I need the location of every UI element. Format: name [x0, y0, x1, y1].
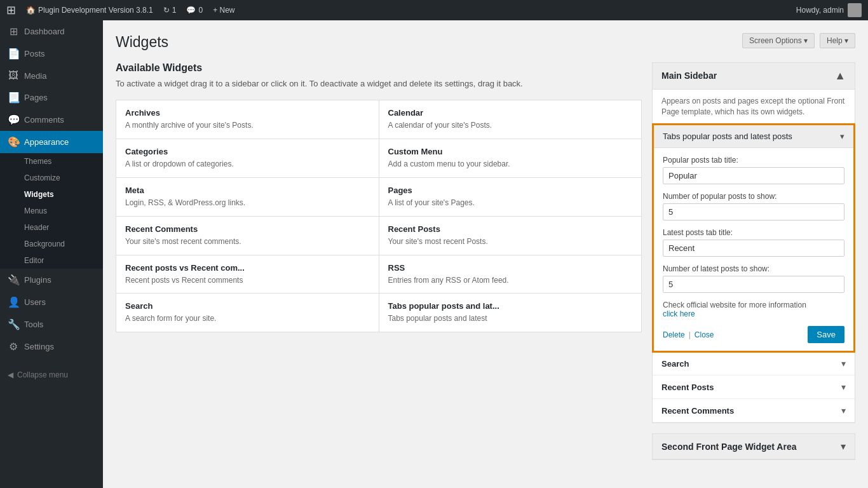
widget-recent-posts[interactable]: Recent Posts Your site's most recent Pos… [379, 217, 642, 255]
latest-count-input[interactable] [663, 276, 844, 293]
popular-count-label: Number of popular posts to show: [663, 192, 844, 201]
latest-tab-title-label: Latest posts tab title: [663, 228, 844, 237]
second-sidebar-panel: Second Front Page Widget Area ▾ [652, 433, 855, 460]
popular-count-field: Number of popular posts to show: [663, 192, 844, 220]
widget-rss[interactable]: RSS Entries from any RSS or Atom feed. [379, 255, 642, 294]
main-sidebar-panel: Main Sidebar ▲ Appears on posts and page… [652, 62, 855, 424]
header-buttons: Screen Options ▾ Help ▾ [742, 33, 855, 48]
second-sidebar-title: Second Front Page Widget Area [661, 442, 797, 452]
available-widgets-desc: To activate a widget drag it to a sideba… [116, 78, 642, 90]
howdy-menu[interactable]: Howdy, admin [796, 3, 862, 17]
widget-info: Check official website for more informat… [663, 301, 844, 318]
expanded-widget-header[interactable]: Tabs popular posts and latest posts ▾ [654, 125, 853, 148]
popular-count-input[interactable] [663, 203, 844, 220]
save-button[interactable]: Save [808, 326, 844, 343]
widget-archives[interactable]: Archives A monthly archive of your site'… [116, 100, 379, 139]
sidebar-item-tools[interactable]: 🔧 Tools [0, 313, 103, 336]
recent-posts-widget-title: Recent Posts [661, 383, 714, 392]
search-sidebar-widget: Search ▾ [653, 352, 855, 376]
appearance-submenu: Themes Customize Widgets Menus Header Ba… [0, 153, 103, 269]
users-icon: 👤 [8, 296, 19, 308]
recent-posts-sidebar-widget: Recent Posts ▾ [653, 376, 855, 399]
sidebar-item-pages[interactable]: 📃 Pages [0, 86, 103, 109]
pages-icon: 📃 [8, 92, 19, 104]
sidebar-item-header[interactable]: Header [0, 219, 103, 236]
search-widget-header[interactable]: Search ▾ [653, 352, 855, 375]
click-here-link[interactable]: click here [663, 309, 695, 318]
sidebar-item-dashboard[interactable]: ⊞ Dashboard [0, 20, 103, 43]
expanded-widget-body: Popular posts tab title: Number of popul… [654, 148, 853, 351]
updates-link[interactable]: ↻ 1 [163, 6, 177, 15]
action-separator: | [689, 330, 691, 339]
sidebar-item-users[interactable]: 👤 Users [0, 291, 103, 313]
widget-calendar[interactable]: Calendar A calendar of your site's Posts… [379, 100, 642, 139]
main-sidebar-title: Main Sidebar [661, 71, 717, 81]
main-content: Widgets Screen Options ▾ Help ▾ Availabl… [103, 20, 868, 488]
available-widgets-title: Available Widgets [116, 62, 642, 74]
widget-recent-comments[interactable]: Recent Comments Your site's most recent … [116, 217, 379, 255]
posts-icon: 📄 [8, 48, 19, 60]
admin-menu: ⊞ Dashboard 📄 Posts 🖼 Media 📃 Pages 💬 Co… [0, 20, 103, 488]
sidebars-area: Main Sidebar ▲ Appears on posts and page… [652, 62, 855, 461]
search-widget-arrow-icon[interactable]: ▾ [841, 358, 846, 369]
delete-link[interactable]: Delete [663, 330, 685, 339]
latest-tab-title-input[interactable] [663, 240, 844, 257]
wp-logo-icon[interactable]: ⊞ [6, 3, 16, 17]
plugins-icon: 🔌 [8, 274, 19, 286]
expanded-widget-toggle-icon[interactable]: ▾ [840, 132, 844, 141]
recent-posts-widget-header[interactable]: Recent Posts ▾ [653, 376, 855, 398]
popular-tab-title-label: Popular posts tab title: [663, 156, 844, 165]
main-sidebar-desc: Appears on posts and pages except the op… [653, 90, 855, 125]
sidebar-item-editor[interactable]: Editor [0, 252, 103, 269]
sidebar-item-widgets[interactable]: Widgets [0, 186, 103, 203]
new-content-link[interactable]: + New [213, 6, 234, 15]
sidebar-item-settings[interactable]: ⚙ Settings [0, 336, 103, 358]
sidebar-item-themes[interactable]: Themes [0, 153, 103, 170]
screen-options-button[interactable]: Screen Options ▾ [742, 33, 815, 48]
popular-tab-title-input[interactable] [663, 167, 844, 184]
latest-count-label: Number of latest posts to show: [663, 264, 844, 273]
tools-icon: 🔧 [8, 318, 19, 330]
widget-tabs-popular[interactable]: Tabs popular posts and lat... Tabs popul… [379, 294, 642, 332]
collapse-arrow-icon: ◀ [8, 370, 13, 379]
widget-pages[interactable]: Pages A list of your site's Pages. [379, 178, 642, 216]
second-sidebar-arrow-icon[interactable]: ▾ [841, 440, 846, 452]
available-widgets-panel: Available Widgets To activate a widget d… [116, 62, 642, 332]
sidebar-item-comments[interactable]: 💬 Comments [0, 109, 103, 131]
page-header: Widgets Screen Options ▾ Help ▾ [116, 33, 855, 52]
sidebar-item-menus[interactable]: Menus [0, 203, 103, 219]
sidebar-item-plugins[interactable]: 🔌 Plugins [0, 269, 103, 291]
sidebar-item-appearance[interactable]: 🎨 Appearance [0, 131, 103, 153]
media-icon: 🖼 [8, 70, 19, 81]
collapse-menu-button[interactable]: ◀ Collapse menu [0, 364, 103, 386]
close-link[interactable]: Close [695, 330, 714, 339]
recent-comments-sidebar-widget: Recent Comments ▾ [653, 399, 855, 423]
appearance-icon: 🎨 [8, 136, 19, 148]
sidebar-item-customize[interactable]: Customize [0, 170, 103, 186]
main-sidebar-toggle-icon[interactable]: ▲ [834, 69, 846, 83]
widget-custom-menu[interactable]: Custom Menu Add a custom menu to your si… [379, 139, 642, 177]
page-title: Widgets [116, 33, 168, 52]
widget-meta[interactable]: Meta Login, RSS, & WordPress.org links. [116, 178, 379, 216]
latest-tab-title-field: Latest posts tab title: [663, 228, 844, 257]
latest-count-field: Number of latest posts to show: [663, 264, 844, 293]
widget-action-links: Delete | Close [663, 330, 714, 339]
sidebar-item-background[interactable]: Background [0, 236, 103, 252]
recent-posts-widget-arrow-icon[interactable]: ▾ [841, 382, 846, 392]
widget-categories[interactable]: Categories A list or dropdown of categor… [116, 139, 379, 177]
widget-recent-posts-vs[interactable]: Recent posts vs Recent com... Recent pos… [116, 255, 379, 294]
widget-actions: Delete | Close Save [663, 326, 844, 343]
site-name-link[interactable]: 🏠 Plugin Development Version 3.8.1 [26, 6, 153, 15]
sidebar-item-posts[interactable]: 📄 Posts [0, 43, 103, 65]
dashboard-icon: ⊞ [8, 25, 19, 37]
sidebar-item-media[interactable]: 🖼 Media [0, 65, 103, 86]
popular-tab-title-field: Popular posts tab title: [663, 156, 844, 184]
recent-comments-widget-arrow-icon[interactable]: ▾ [841, 405, 846, 416]
second-sidebar-header[interactable]: Second Front Page Widget Area ▾ [653, 434, 855, 459]
main-sidebar-header[interactable]: Main Sidebar ▲ [653, 63, 855, 90]
help-button[interactable]: Help ▾ [820, 33, 855, 48]
widget-search[interactable]: Search A search form for your site. [116, 294, 379, 332]
recent-comments-widget-title: Recent Comments [661, 406, 734, 416]
recent-comments-widget-header[interactable]: Recent Comments ▾ [653, 399, 855, 422]
comments-link[interactable]: 💬 0 [186, 6, 203, 15]
